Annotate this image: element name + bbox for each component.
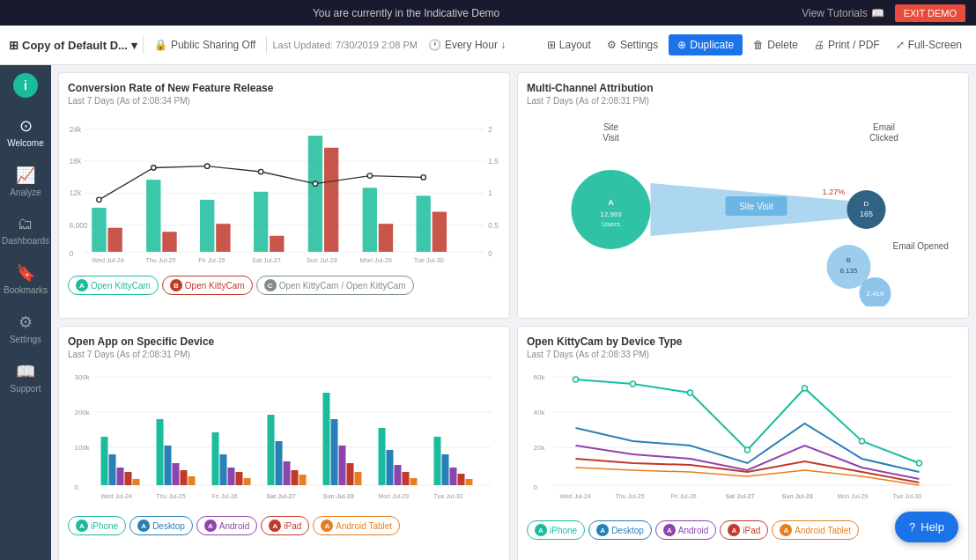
open-app-tab-iphone[interactable]: A iPhone: [68, 516, 126, 535]
svg-rect-100: [387, 450, 394, 485]
sidebar-item-dashboards[interactable]: 🗂 Dashboards: [3, 208, 48, 253]
separator-1: [143, 36, 144, 54]
svg-rect-97: [347, 463, 354, 485]
svg-point-34: [258, 169, 262, 173]
svg-text:Fri Jul-26: Fri Jul-26: [671, 493, 697, 499]
sidebar-logo: i: [12, 72, 39, 99]
svg-text:Site: Site: [603, 122, 619, 132]
svg-rect-90: [276, 441, 283, 485]
sharing-toggle[interactable]: 🔒 Public Sharing Off: [149, 35, 262, 55]
iphone-icon: A: [76, 519, 88, 532]
svg-text:20k: 20k: [534, 444, 546, 452]
layout-button[interactable]: ⊞ Layout: [542, 35, 596, 55]
multi-channel-subtitle: Last 7 Days (As of 2:08:31 PM): [527, 96, 959, 106]
settings-button[interactable]: ⚙ Settings: [602, 35, 663, 55]
exit-demo-button[interactable]: EXIT DEMO: [895, 4, 965, 22]
sidebar-item-settings[interactable]: ⚙ Settings: [3, 306, 48, 351]
legend-tab-1[interactable]: A Open KittyCam: [68, 276, 159, 295]
book-icon: 📖: [871, 7, 884, 19]
view-tutorials-link[interactable]: View Tutorials 📖: [802, 7, 884, 19]
svg-rect-17: [92, 208, 106, 252]
chevron-icon: ▾: [131, 39, 137, 52]
fullscreen-button[interactable]: ⤢ Full-Screen: [891, 35, 967, 55]
duplicate-button[interactable]: ⊕ Duplicate: [669, 34, 743, 55]
svg-text:Site Visit: Site Visit: [739, 202, 773, 211]
sidebar-item-analyze[interactable]: 📈 Analyze: [3, 158, 48, 204]
gear-icon: ⚙: [607, 39, 617, 51]
sidebar-item-welcome[interactable]: ⊙ Welcome: [3, 109, 48, 155]
svg-text:40k: 40k: [534, 409, 546, 416]
kittycam-tab-iphone[interactable]: A iPhone: [527, 520, 585, 540]
sidebar-item-support[interactable]: 📖 Support: [3, 355, 48, 401]
support-icon: 📖: [16, 362, 35, 381]
help-icon: ?: [909, 520, 915, 534]
svg-text:Thu Jul-25: Thu Jul-25: [157, 493, 186, 499]
svg-text:12k: 12k: [70, 189, 82, 197]
svg-text:12,993: 12,993: [600, 210, 622, 218]
svg-rect-102: [403, 472, 410, 485]
svg-text:200k: 200k: [75, 409, 91, 416]
svg-rect-91: [284, 461, 291, 485]
open-app-tab-ipad[interactable]: A iPad: [261, 516, 309, 535]
svg-rect-25: [162, 232, 176, 252]
legend-tab-2[interactable]: B Open KittyCam: [162, 276, 253, 295]
open-app-tab-android-tablet[interactable]: A Android Tablet: [313, 516, 400, 535]
layout-icon-2: ⊞: [547, 39, 556, 51]
clock-icon: 🕐: [428, 39, 441, 51]
help-button[interactable]: ? Help: [895, 512, 958, 542]
kittycam-tab-android[interactable]: A Android: [655, 520, 716, 540]
app-body: i ⊙ Welcome 📈 Analyze 🗂 Dashboards 🔖 Boo…: [0, 65, 976, 560]
open-kittycam-chart: 60k 40k 20k 0: [527, 366, 959, 512]
delete-button[interactable]: 🗑 Delete: [748, 35, 803, 55]
frequency-selector[interactable]: 🕐 Every Hour ↓: [423, 35, 511, 55]
trash-icon: 🗑: [753, 39, 764, 51]
svg-rect-83: [189, 476, 196, 485]
svg-rect-19: [200, 200, 214, 252]
svg-rect-94: [323, 393, 330, 485]
open-app-subtitle: Last 7 Days (As of 2:08:31 PM): [68, 350, 500, 359]
open-app-title: Open App on Specific Device: [68, 335, 500, 348]
svg-rect-24: [107, 228, 122, 252]
svg-text:0: 0: [70, 250, 74, 258]
open-app-chart: 300k 200k 100k 0: [68, 366, 500, 507]
svg-rect-80: [165, 446, 172, 485]
svg-text:D: D: [864, 200, 869, 208]
fullscreen-icon: ⤢: [896, 39, 905, 51]
conversion-rate-subtitle: Last 7 Days (As of 2:08:34 PM): [68, 96, 500, 106]
kittycam-tab-desktop[interactable]: A Desktop: [588, 520, 652, 540]
svg-rect-21: [308, 136, 322, 252]
svg-rect-81: [173, 463, 180, 485]
sidebar-item-bookmarks[interactable]: 🔖 Bookmarks: [3, 256, 48, 302]
open-app-tab-desktop[interactable]: A Desktop: [129, 516, 193, 535]
kittycam-tab-ipad[interactable]: A iPad: [720, 520, 768, 540]
svg-text:Thu Jul-25: Thu Jul-25: [145, 256, 175, 264]
dashboard-name[interactable]: ⊞ Copy of Default D... ▾: [9, 39, 137, 52]
svg-text:Sat Jul-27: Sat Jul-27: [726, 493, 755, 499]
svg-rect-96: [339, 446, 346, 485]
svg-rect-84: [212, 432, 219, 485]
svg-rect-26: [216, 224, 230, 252]
svg-rect-30: [433, 212, 447, 252]
svg-rect-104: [434, 437, 441, 485]
legend-icon-1: A: [76, 279, 88, 291]
svg-point-33: [204, 164, 209, 168]
svg-rect-79: [157, 419, 164, 485]
svg-text:1.27%: 1.27%: [823, 188, 846, 196]
kittycam-tab-android-tablet[interactable]: A Android Tablet: [772, 520, 859, 540]
svg-text:1.5: 1.5: [488, 158, 499, 166]
legend-tab-3[interactable]: C Open KittyCam / Open KittyCam: [256, 276, 414, 295]
toolbar: ⊞ Copy of Default D... ▾ 🔒 Public Sharin…: [0, 26, 976, 65]
legend-icon-2: B: [170, 279, 182, 291]
print-button[interactable]: 🖨 Print / PDF: [809, 35, 885, 55]
svg-text:Tue Jul-30: Tue Jul-30: [414, 256, 444, 264]
svg-point-128: [802, 386, 808, 391]
svg-text:0: 0: [75, 483, 79, 491]
svg-point-31: [97, 197, 101, 202]
svg-text:Email Opened: Email Opened: [893, 241, 949, 251]
svg-text:0: 0: [534, 483, 538, 491]
layout-icon: ⊞: [9, 39, 18, 52]
svg-text:Email: Email: [873, 122, 895, 132]
svg-point-49: [572, 170, 651, 249]
open-app-tab-android[interactable]: A Android: [196, 516, 257, 535]
svg-point-32: [152, 166, 156, 170]
